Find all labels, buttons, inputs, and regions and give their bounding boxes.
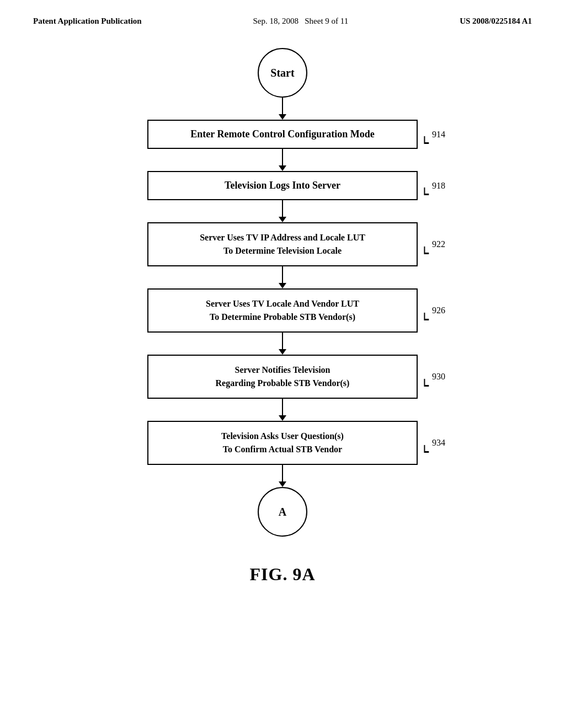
connector-7 — [279, 465, 286, 487]
diagram-container: Start Enter Remote Control Configuration… — [0, 31, 565, 548]
arrowhead-7 — [279, 481, 286, 487]
step-926-id: 926 — [432, 306, 445, 315]
arrow-line-3 — [282, 200, 283, 217]
arrow-line-4 — [282, 266, 283, 283]
connector-6 — [279, 399, 286, 421]
connector-1 — [279, 98, 286, 120]
step-918-wrapper: Television Logs Into Server ⌞ 918 — [89, 171, 476, 200]
start-node: Start — [258, 48, 307, 98]
arrowhead-4 — [279, 283, 286, 288]
arrow-line-1 — [282, 98, 283, 114]
arrow-line-6 — [282, 399, 283, 415]
step-914-box: Enter Remote Control Configuration Mode — [147, 120, 418, 149]
step-930-line2: Regarding Probable STB Vendor(s) — [216, 378, 350, 388]
step-918-bracket: ⌞ — [423, 172, 430, 200]
step-918-label: ⌞ 918 — [423, 176, 445, 195]
step-930-box: Server Notifies Television Regarding Pro… — [147, 355, 418, 399]
step-930-line1: Server Notifies Television — [234, 365, 330, 374]
step-926-box: Server Uses TV Locale And Vendor LUT To … — [147, 288, 418, 333]
step-922-box: Server Uses TV IP Address and Locale LUT… — [147, 222, 418, 266]
step-934-line2: To Confirm Actual STB Vendor — [223, 445, 342, 454]
step-918-id: 918 — [432, 181, 445, 191]
header-patent-number: US 2008/0225184 A1 — [460, 17, 532, 26]
step-922-id: 922 — [432, 239, 445, 249]
arrow-line-7 — [282, 465, 283, 481]
step-930-wrapper: Server Notifies Television Regarding Pro… — [89, 355, 476, 399]
figure-caption: FIG. 9A — [0, 564, 565, 585]
step-914-id: 914 — [432, 130, 445, 140]
arrowhead-6 — [279, 415, 286, 421]
arrow-line-2 — [282, 149, 283, 165]
step-914-label: ⌞ 914 — [423, 125, 445, 143]
step-914-bracket: ⌞ — [423, 121, 430, 148]
arrowhead-1 — [279, 114, 286, 120]
step-914-text: Enter Remote Control Configuration Mode — [190, 129, 374, 140]
step-922-line2: To Determine Television Locale — [223, 246, 342, 255]
arrowhead-2 — [279, 165, 286, 171]
arrowhead-3 — [279, 217, 286, 222]
step-914-wrapper: Enter Remote Control Configuration Mode … — [89, 120, 476, 149]
header-sheet: Sheet 9 of 11 — [305, 17, 348, 25]
page-header: Patent Application Publication Sep. 18, … — [0, 0, 565, 31]
step-930-id: 930 — [432, 372, 445, 382]
arrowhead-5 — [279, 349, 286, 355]
header-date: Sep. 18, 2008 — [253, 17, 299, 25]
header-date-sheet: Sep. 18, 2008 Sheet 9 of 11 — [253, 17, 349, 26]
step-934-id: 934 — [432, 438, 445, 448]
arrow-line-5 — [282, 333, 283, 349]
flowchart: Start Enter Remote Control Configuration… — [89, 48, 476, 537]
connector-3 — [279, 200, 286, 222]
step-922-line1: Server Uses TV IP Address and Locale LUT — [200, 233, 365, 242]
step-930-label: ⌞ 930 — [423, 368, 445, 386]
step-926-line2: To Determine Probable STB Vendor(s) — [210, 312, 355, 322]
step-934-line1: Television Asks User Question(s) — [221, 431, 344, 441]
step-926-bracket: ⌞ — [423, 297, 430, 324]
step-918-text: Television Logs Into Server — [225, 180, 340, 191]
step-926-line1: Server Uses TV Locale And Vendor LUT — [206, 299, 359, 308]
step-926-wrapper: Server Uses TV Locale And Vendor LUT To … — [89, 288, 476, 333]
connector-5 — [279, 333, 286, 355]
connector-2 — [279, 149, 286, 171]
step-934-wrapper: Television Asks User Question(s) To Conf… — [89, 421, 476, 465]
start-label: Start — [270, 67, 294, 79]
step-934-box: Television Asks User Question(s) To Conf… — [147, 421, 418, 465]
step-918-box: Television Logs Into Server — [147, 171, 418, 200]
header-publication-label: Patent Application Publication — [33, 17, 142, 26]
step-930-bracket: ⌞ — [423, 363, 430, 390]
end-node: A — [258, 487, 307, 537]
step-934-bracket: ⌞ — [423, 429, 430, 457]
step-922-bracket: ⌞ — [423, 231, 430, 258]
end-label: A — [279, 506, 286, 518]
step-922-label: ⌞ 922 — [423, 235, 445, 254]
connector-4 — [279, 266, 286, 288]
step-926-label: ⌞ 926 — [423, 302, 445, 320]
step-934-label: ⌞ 934 — [423, 434, 445, 452]
step-922-wrapper: Server Uses TV IP Address and Locale LUT… — [89, 222, 476, 266]
